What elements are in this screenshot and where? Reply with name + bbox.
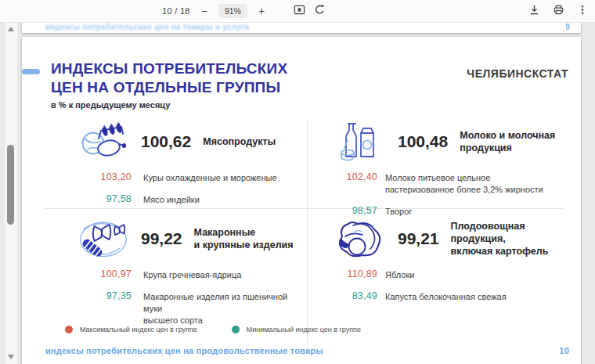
min-index-row: 98,57 Творог	[316, 205, 564, 218]
meat-icon	[77, 120, 128, 164]
min-index-label: Творог	[385, 205, 412, 218]
page-subtitle: в % к предыдущему месяцу	[51, 100, 170, 110]
page-indicator[interactable]: 10 / 18	[162, 6, 190, 16]
page-footer-text: индексы потребительских цен на продоволь…	[45, 346, 323, 355]
zoom-in-button[interactable]: +	[256, 5, 267, 16]
min-index-value: 97,58	[45, 193, 132, 204]
org-logo: ЧЕЛЯБИНСКСТАТ	[467, 67, 568, 80]
toolbar-right-controls	[528, 0, 588, 22]
max-legend-dot	[65, 326, 73, 333]
max-index-row: 100,97 Крупа гречневая-ядрица	[45, 268, 304, 281]
page-title: ИНДЕКСЫ ПОТРЕБИТЕЛЬСКИХ ЦЕН НА ОТДЕЛЬНЫЕ…	[51, 59, 287, 97]
max-index-value: 102,40	[316, 171, 377, 182]
group-name: Мясопродукты	[203, 135, 276, 148]
page-title-line2: ЦЕН НА ОТДЕЛЬНЫЕ ГРУППЫ	[51, 78, 287, 97]
scroll-up-arrow[interactable]	[8, 27, 14, 31]
max-index-row: 110,89 Яблоки	[316, 268, 564, 281]
scrollbar-thumb[interactable]	[7, 145, 14, 225]
fit-page-icon	[294, 4, 305, 18]
fit-page-button[interactable]	[294, 4, 305, 18]
previous-page-fragment: индексы потребительских цен на товары и …	[22, 22, 581, 33]
max-index-label: Яблоки	[385, 268, 414, 281]
min-index-value: 98,57	[316, 205, 377, 216]
scrollbar[interactable]	[5, 22, 17, 364]
cabbage-icon	[334, 217, 385, 261]
min-legend-label: Минимальный индекс цен в группе	[247, 326, 361, 333]
max-index-value: 103,20	[45, 171, 132, 182]
page-number: 10	[559, 346, 569, 355]
pdf-toolbar: 10 / 18 − 91% +	[0, 0, 595, 23]
pdf-viewer-area: индексы потребительских цен на товары и …	[0, 22, 595, 364]
group-card-milk: 100,48 Молоко и молочная продукция 102,4…	[316, 120, 564, 218]
print-icon	[553, 4, 564, 18]
toolbar-center-controls: 10 / 18 − 91% +	[162, 0, 326, 22]
page-title-line1: ИНДЕКСЫ ПОТРЕБИТЕЛЬСКИХ	[51, 59, 287, 78]
download-button[interactable]	[528, 4, 540, 18]
max-index-row: 103,20 Куры охлажденные и мороженые	[45, 171, 304, 184]
min-index-value: 97,35	[45, 290, 132, 301]
min-index-row: 97,58 Мясо индейки	[45, 193, 304, 206]
more-menu-button[interactable]	[577, 4, 588, 18]
group-index-value: 99,22	[141, 229, 182, 248]
max-index-value: 100,97	[45, 268, 132, 279]
max-index-value: 110,89	[316, 268, 377, 279]
group-index-value: 100,48	[398, 132, 448, 151]
group-name: Плодоовощная продукция, включая картофел…	[451, 220, 564, 258]
max-index-label: Куры охлажденные и мороженые	[143, 171, 277, 184]
group-header: 99,21 Плодоовощная продукция, включая ка…	[316, 217, 564, 261]
group-index-value: 100,62	[141, 132, 191, 151]
group-card-fruit-veg: 99,21 Плодоовощная продукция, включая ка…	[316, 217, 564, 303]
max-legend-label: Максимальный индекс цен в группе	[80, 326, 197, 333]
print-button[interactable]	[553, 4, 564, 18]
group-header: 100,48 Молоко и молочная продукция	[316, 120, 564, 164]
group-name: Макаронные и крупяные изделия	[194, 226, 294, 252]
max-index-label: Молоко питьевое цельное пастеризованное …	[385, 171, 543, 196]
pasta-icon	[77, 217, 128, 261]
download-icon	[528, 4, 540, 18]
group-index-value: 99,21	[398, 229, 439, 248]
group-header: 99,22 Макаронные и крупяные изделия	[45, 217, 304, 261]
min-index-label: Макаронные изделия из пшеничной муки выс…	[143, 290, 304, 326]
zoom-level[interactable]: 91%	[218, 4, 247, 18]
more-menu-icon	[577, 4, 588, 18]
rotate-icon	[314, 4, 326, 18]
rotate-button[interactable]	[314, 4, 326, 18]
min-index-row: 83,49 Капуста белокочанная свежая	[316, 290, 564, 303]
min-legend-dot	[232, 326, 240, 333]
accent-dash	[22, 69, 40, 74]
group-card-meat: 100,62 Мясопродукты 103,20 Куры охлажден…	[45, 120, 304, 206]
page-footer: индексы потребительских цен на продоволь…	[45, 346, 569, 355]
min-index-label: Мясо индейки	[143, 193, 200, 206]
max-index-label: Крупа гречневая-ядрица	[143, 268, 241, 281]
group-card-pasta: 99,22 Макаронные и крупяные изделия 100,…	[45, 217, 304, 326]
min-index-value: 83,49	[316, 290, 377, 301]
min-index-row: 97,35 Макаронные изделия из пшеничной му…	[45, 290, 304, 326]
max-index-row: 102,40 Молоко питьевое цельное пастеризо…	[316, 171, 564, 196]
document-page: ИНДЕКСЫ ПОТРЕБИТЕЛЬСКИХ ЦЕН НА ОТДЕЛЬНЫЕ…	[22, 37, 581, 364]
prev-page-footer: индексы потребительских цен на товары и …	[45, 23, 249, 31]
vertical-divider	[307, 118, 308, 348]
min-index-label: Капуста белокочанная свежая	[385, 290, 507, 303]
group-header: 100,62 Мясопродукты	[45, 120, 304, 164]
milk-icon	[334, 120, 385, 164]
prev-page-number: 9	[565, 23, 570, 31]
zoom-out-button[interactable]: −	[199, 5, 210, 16]
scroll-down-arrow[interactable]	[8, 355, 14, 359]
legend: Максимальный индекс цен в группе Минимал…	[65, 326, 361, 333]
group-name: Молоко и молочная продукция	[460, 129, 555, 155]
